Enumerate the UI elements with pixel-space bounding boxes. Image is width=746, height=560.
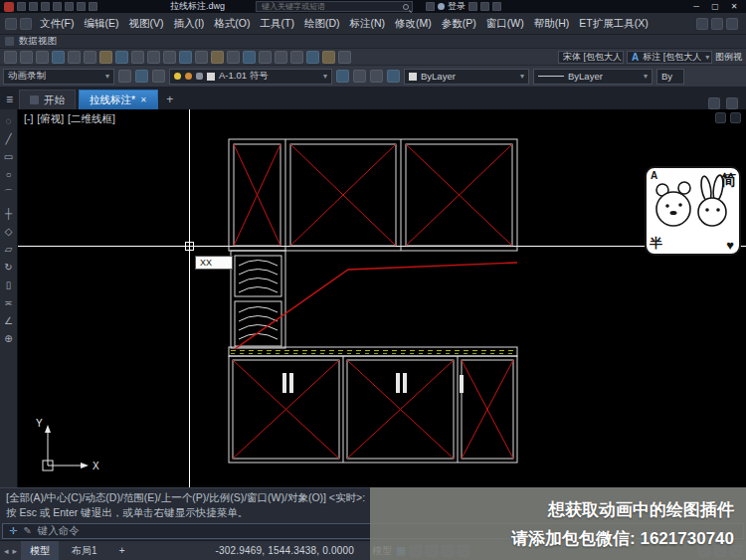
add-layout-button[interactable]: + [110, 541, 134, 560]
copy-tool-icon[interactable]: ▯ [6, 280, 12, 290]
viewport-control[interactable]: [-] [24, 112, 33, 124]
polygon-tool-icon[interactable]: ◇ [5, 226, 13, 237]
menu-item-modify[interactable]: 修改(M) [390, 17, 437, 31]
chevron-down-icon[interactable]: ▾ [105, 72, 109, 81]
zoom-previous-icon[interactable] [243, 51, 256, 64]
linetype-combo[interactable]: ByLayer ▾ [533, 69, 653, 85]
plot-icon[interactable] [65, 2, 74, 11]
menu-item-window[interactable]: 窗口(W) [481, 17, 529, 31]
login-label[interactable]: 登录 [448, 0, 466, 13]
tab-menu-icon[interactable]: ≡ [6, 93, 13, 106]
new-drawing-tab-button[interactable]: + [161, 90, 179, 109]
mirror-tool-icon[interactable]: ≍ [4, 297, 12, 308]
share-icon[interactable] [468, 2, 477, 11]
command-placeholder[interactable]: 键入命令 [38, 524, 80, 538]
layout-forward-icon[interactable]: ▸ [13, 546, 18, 556]
chevron-down-icon[interactable]: ▾ [323, 72, 327, 81]
new-icon[interactable] [4, 51, 17, 64]
search-input[interactable] [260, 1, 400, 12]
legend-view-label[interactable]: 图例视 [715, 51, 742, 64]
move-tool-icon[interactable]: ┼ [5, 208, 12, 219]
text-style-combo[interactable]: 宋体 [包包大人 ▾ [558, 51, 624, 64]
toolpalette-icon[interactable] [290, 51, 303, 64]
tab-start[interactable]: 开始 [19, 90, 76, 109]
search-icon[interactable] [403, 4, 409, 10]
dim-style-combo[interactable]: A 标注 [包包大人 ▾ [627, 51, 712, 64]
designcenter-icon[interactable] [275, 51, 287, 64]
visual-style-control[interactable]: [二维线框] [68, 112, 115, 124]
menu-item-edit[interactable]: 编辑(E) [79, 17, 123, 31]
chevron-down-icon[interactable]: ▾ [705, 53, 709, 62]
overflow-icon[interactable] [726, 97, 738, 109]
menu-item-format[interactable]: 格式(O) [209, 17, 255, 31]
menu-grid-icon[interactable] [5, 18, 17, 30]
workspace-icon[interactable] [17, 2, 26, 11]
preview-icon[interactable] [68, 51, 81, 64]
panel-icon[interactable] [696, 18, 708, 30]
save-file-icon[interactable] [53, 2, 62, 11]
publish-icon[interactable] [84, 51, 96, 64]
search-box[interactable] [256, 1, 413, 12]
layer-off-icon[interactable] [387, 70, 400, 83]
match-properties-icon[interactable] [147, 51, 160, 64]
layout-tab-layout1[interactable]: 布局1 [63, 541, 106, 560]
chevron-down-icon[interactable]: ▾ [520, 72, 524, 81]
open-file-icon[interactable] [41, 2, 50, 11]
help-icon[interactable] [492, 2, 501, 11]
arc-tool-icon[interactable]: ⌒ [4, 187, 14, 201]
redo-icon[interactable] [89, 2, 97, 11]
open-icon[interactable] [20, 51, 33, 64]
menu-item-express-tools[interactable]: ET扩展工具(X) [574, 17, 653, 31]
layer-combo[interactable]: A-1.01 符号 ▾ [169, 69, 332, 85]
measure-tool-icon[interactable]: ∠ [4, 315, 13, 326]
cloud-icon[interactable] [480, 2, 489, 11]
model-space-canvas[interactable]: Y X [-] [俯视] [二维线框] XX [18, 109, 746, 487]
zoom-window-icon[interactable] [227, 51, 240, 64]
menu-item-tools[interactable]: 工具(T) [256, 17, 299, 31]
user-avatar-icon[interactable] [438, 3, 445, 10]
block-tool-icon[interactable]: ⊕ [4, 333, 12, 344]
circle-tool-icon[interactable]: ○ [5, 169, 11, 180]
layout-back-icon[interactable]: ◂ [4, 546, 9, 556]
new-file-icon[interactable] [29, 2, 38, 11]
line-tool-icon[interactable]: ╱ [5, 133, 11, 144]
copy-icon[interactable] [115, 51, 128, 64]
layer-lock-icon[interactable] [196, 73, 203, 80]
minimize-button[interactable]: ─ [688, 2, 704, 11]
rotate-tool-icon[interactable]: ↻ [4, 262, 12, 273]
menu-item-view[interactable]: 视图(V) [123, 17, 168, 31]
sheetset-icon[interactable] [306, 51, 319, 64]
redo-icon[interactable] [179, 51, 192, 64]
color-combo[interactable]: ByLayer ▾ [404, 69, 529, 85]
undo-icon[interactable] [163, 51, 176, 64]
properties-icon[interactable] [259, 51, 272, 64]
cut-icon[interactable] [99, 51, 112, 64]
layout-tab-model[interactable]: 模型 [21, 541, 59, 560]
close-tab-icon[interactable]: ✕ [140, 95, 147, 104]
menu-star-icon[interactable] [20, 18, 32, 30]
pencil-tool-icon[interactable] [708, 97, 720, 109]
view-control[interactable]: [俯视] [37, 112, 64, 124]
account-icon[interactable] [426, 2, 435, 11]
select-tool-icon[interactable]: ◌ [6, 115, 12, 126]
menu-item-insert[interactable]: 插入(I) [168, 17, 209, 31]
dataview-label[interactable]: 数据视图 [19, 35, 57, 48]
undo-icon[interactable] [77, 2, 86, 11]
hatch-tool-icon[interactable]: ▱ [5, 244, 13, 255]
pan-nav-icon[interactable] [730, 112, 741, 123]
panel-icon[interactable] [726, 18, 738, 30]
pan-icon[interactable] [195, 51, 208, 64]
chevron-down-icon[interactable]: ▾ [644, 72, 648, 81]
gear-icon[interactable] [135, 70, 148, 83]
plot-icon[interactable] [52, 51, 65, 64]
close-button[interactable]: ✕ [726, 2, 742, 11]
zoom-realtime-icon[interactable] [211, 51, 224, 64]
menu-item-dimension[interactable]: 标注(N) [345, 17, 391, 31]
paste-icon[interactable] [131, 51, 144, 64]
menu-item-parametric[interactable]: 参数(P) [437, 17, 481, 31]
menu-item-help[interactable]: 帮助(H) [529, 17, 575, 31]
app-logo-icon[interactable] [4, 2, 14, 12]
layer-thaw-sun-icon[interactable] [185, 73, 192, 80]
markup-icon[interactable] [322, 51, 335, 64]
record-play-icon[interactable] [118, 70, 131, 83]
